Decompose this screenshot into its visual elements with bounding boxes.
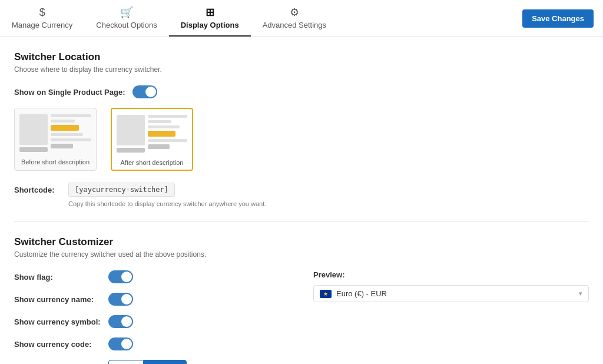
placement-cards: Before short description bbox=[14, 108, 589, 171]
size-small-button[interactable]: Small bbox=[108, 360, 144, 364]
show-flag-toggle[interactable] bbox=[108, 270, 133, 283]
mock-line-3 bbox=[51, 133, 83, 136]
switcher-size-row: Switcher size: Small Medium bbox=[14, 360, 290, 364]
main-content: Switcher Location Choose where to displa… bbox=[0, 37, 603, 364]
toggle-slider-name bbox=[108, 293, 133, 306]
placement-card-after[interactable]: After short description bbox=[111, 108, 193, 171]
show-currency-symbol-toggle[interactable] bbox=[108, 315, 133, 328]
switcher-customizer-title: Switcher Customizer bbox=[14, 236, 589, 248]
mock-switcher-after bbox=[148, 131, 175, 137]
chevron-down-icon: ▾ bbox=[579, 290, 582, 297]
toggle-slider-flag bbox=[108, 270, 133, 283]
mock-line-a3 bbox=[148, 125, 180, 128]
mock-small-btn bbox=[19, 147, 48, 152]
show-currency-name-label: Show currency name: bbox=[14, 295, 108, 304]
show-flag-label: Show flag: bbox=[14, 273, 108, 282]
mock-switcher-before bbox=[51, 125, 79, 131]
switcher-customizer-section: Switcher Customizer Customize the curren… bbox=[14, 236, 589, 364]
mock-line-2 bbox=[51, 120, 75, 123]
customizer-right: Preview: ★ Euro (€) - EUR ▾ bbox=[313, 270, 589, 302]
switcher-location-title: Switcher Location bbox=[14, 51, 589, 63]
preview-label: Preview: bbox=[313, 270, 589, 279]
save-changes-button[interactable]: Save Changes bbox=[522, 9, 594, 28]
mock-before-layout bbox=[19, 114, 91, 154]
show-currency-symbol-label: Show currency symbol: bbox=[14, 317, 108, 326]
mock-product-image bbox=[19, 114, 48, 145]
tab-manage-currency-label: Manage Currency bbox=[12, 21, 72, 29]
shortcode-value[interactable]: [yaycurrency-switcher] bbox=[68, 183, 175, 197]
manage-currency-icon: $ bbox=[39, 6, 45, 19]
tab-display-options[interactable]: ⊞ Display Options bbox=[169, 0, 251, 37]
preview-currency-text: Euro (€) - EUR bbox=[336, 289, 574, 298]
toggle-slider-symbol bbox=[108, 315, 133, 328]
shortcode-label: Shortcode: bbox=[14, 186, 61, 194]
mock-line-a4 bbox=[148, 139, 187, 142]
card-label-before: Before short description bbox=[19, 158, 91, 166]
mock-add-btn bbox=[51, 144, 73, 148]
show-flag-row: Show flag: bbox=[14, 270, 290, 283]
toggle-slider-code bbox=[108, 337, 133, 350]
mock-line-a2 bbox=[148, 120, 171, 123]
toggle-slider bbox=[132, 85, 157, 98]
mock-after-layout bbox=[117, 115, 187, 154]
checkout-icon: 🛒 bbox=[120, 6, 133, 19]
mock-left-after bbox=[117, 115, 145, 154]
mock-add-btn-after bbox=[148, 144, 170, 149]
show-currency-code-toggle[interactable] bbox=[108, 337, 133, 350]
tab-display-options-label: Display Options bbox=[181, 21, 239, 29]
show-currency-name-row: Show currency name: bbox=[14, 293, 290, 306]
mock-product-image-after bbox=[117, 115, 145, 145]
mock-line-a1 bbox=[148, 115, 187, 118]
tab-manage-currency[interactable]: $ Manage Currency bbox=[0, 1, 84, 37]
size-medium-button[interactable]: Medium bbox=[144, 360, 187, 364]
customizer-grid: Show flag: Show currency name: bbox=[14, 270, 589, 364]
tab-checkout-options-label: Checkout Options bbox=[96, 21, 157, 29]
mock-line-1 bbox=[51, 114, 91, 117]
show-single-product-toggle[interactable] bbox=[132, 85, 157, 98]
eu-flag-icon: ★ bbox=[320, 290, 332, 298]
switcher-location-section: Switcher Location Choose where to displa… bbox=[14, 51, 589, 207]
top-nav: $ Manage Currency 🛒 Checkout Options ⊞ D… bbox=[0, 0, 603, 37]
mock-left-before bbox=[19, 114, 48, 154]
show-currency-name-toggle[interactable] bbox=[108, 293, 133, 306]
tab-advanced-settings[interactable]: ⚙ Advanced Settings bbox=[251, 0, 338, 37]
mock-small-btn-after bbox=[117, 148, 145, 153]
show-single-product-row: Show on Single Product Page: bbox=[14, 85, 589, 98]
shortcode-row: Shortcode: [yaycurrency-switcher] bbox=[14, 183, 589, 197]
tab-checkout-options[interactable]: 🛒 Checkout Options bbox=[84, 0, 168, 37]
mock-right-before bbox=[51, 114, 91, 154]
section-divider bbox=[14, 221, 589, 222]
display-icon: ⊞ bbox=[206, 6, 214, 19]
customizer-left: Show flag: Show currency name: bbox=[14, 270, 290, 364]
show-currency-code-label: Show currency code: bbox=[14, 340, 108, 349]
switcher-customizer-desc: Customize the currency switcher used at … bbox=[14, 250, 589, 259]
card-label-after: After short description bbox=[117, 159, 187, 166]
show-currency-code-row: Show currency code: bbox=[14, 337, 290, 350]
shortcode-hint: Copy this shortcode to display currency … bbox=[68, 200, 589, 207]
advanced-icon: ⚙ bbox=[290, 6, 299, 19]
preview-currency-dropdown[interactable]: ★ Euro (€) - EUR ▾ bbox=[313, 285, 589, 302]
mock-right-after bbox=[148, 115, 187, 154]
placement-card-before[interactable]: Before short description bbox=[14, 108, 97, 171]
show-currency-symbol-row: Show currency symbol: bbox=[14, 315, 290, 328]
switcher-location-desc: Choose where to display the currency swi… bbox=[14, 65, 589, 74]
tab-advanced-settings-label: Advanced Settings bbox=[263, 21, 326, 29]
mock-line-4 bbox=[51, 138, 91, 141]
show-single-product-label: Show on Single Product Page: bbox=[14, 88, 125, 97]
